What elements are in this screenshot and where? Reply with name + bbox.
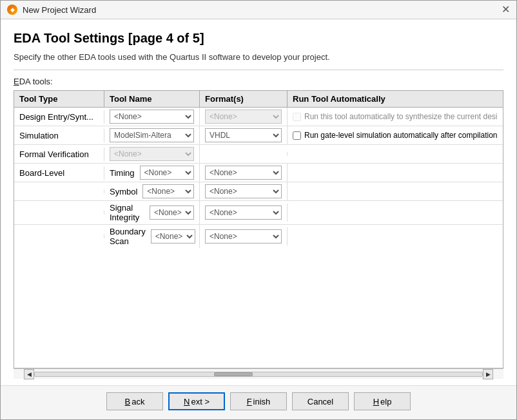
cell-tool-type-simulation: Simulation [14, 129, 104, 142]
cell-tool-name-design-entry[interactable]: <None> ModelSim-Altera [104, 108, 200, 126]
cell-run-auto-signal [288, 211, 503, 215]
select-tool-name-boundary[interactable]: <None> [151, 229, 195, 243]
close-button[interactable]: ✕ [502, 5, 510, 15]
col-header-tool-type: Tool Type [14, 91, 104, 107]
select-tool-name-symbol[interactable]: <None> [142, 184, 194, 198]
main-content: EDA Tool Settings [page 4 of 5] Specify … [1, 19, 516, 385]
back-button[interactable]: Back [106, 392, 163, 410]
select-tool-name-timing[interactable]: <None> [140, 166, 194, 180]
select-format-simulation[interactable]: <None> VHDL Verilog HDL [205, 128, 282, 142]
cell-format-timing[interactable]: <None> [200, 164, 288, 182]
cell-tool-name-simulation[interactable]: <None> ModelSim-Altera ModelSim VCS [104, 126, 200, 144]
select-tool-name-signal[interactable]: <None> [150, 205, 194, 220]
table-row: Formal Verification <None> [14, 145, 503, 164]
cell-tool-type-symbol-empty [14, 189, 104, 193]
eda-tools-table: Tool Type Tool Name Format(s) Run Tool A… [14, 90, 503, 368]
table-row: Design Entry/Synt... <None> ModelSim-Alt… [14, 108, 503, 126]
back-underline: B [125, 397, 131, 406]
cell-run-auto-timing [288, 171, 503, 175]
main-window: ◆ New Project Wizard ✕ EDA Tool Settings… [0, 0, 517, 420]
label-boundary-scan: Boundary Scan [110, 227, 146, 246]
table-row: Symbol <None> <None> [14, 182, 503, 201]
cell-tool-name-timing: Timing <None> [104, 164, 200, 182]
section-label: EDA tools: [14, 77, 503, 86]
label-timing: Timing [110, 168, 135, 178]
table-row: Simulation <None> ModelSim-Altera ModelS… [14, 126, 503, 145]
select-tool-name-design-entry[interactable]: <None> ModelSim-Altera [110, 110, 194, 124]
app-icon: ◆ [7, 5, 17, 15]
table-body: Design Entry/Synt... <None> ModelSim-Alt… [14, 108, 503, 368]
finish-underline: F [247, 397, 252, 406]
cell-tool-type-formal-verification: Formal Verification [14, 148, 104, 161]
select-format-symbol[interactable]: <None> [205, 184, 282, 198]
select-format-boundary[interactable]: <None> [205, 229, 282, 243]
cell-tool-type-board-level: Board-Level [14, 166, 104, 180]
cell-run-auto-design-entry: Run this tool automatically to synthesiz… [288, 110, 503, 123]
scroll-left-button[interactable]: ◀ [24, 369, 34, 379]
cell-tool-type-signal-empty [14, 211, 104, 215]
window-title: New Project Wizard [23, 5, 96, 15]
cell-tool-type-boundary-empty [14, 234, 104, 238]
checkbox-run-auto-design-entry[interactable] [293, 113, 301, 121]
page-title: EDA Tool Settings [page 4 of 5] [14, 31, 503, 46]
subtitle: Specify the other EDA tools used with th… [14, 52, 503, 62]
cell-tool-type-design-entry: Design Entry/Synt... [14, 110, 104, 124]
help-button[interactable]: Help [354, 392, 411, 410]
select-tool-name-simulation[interactable]: <None> ModelSim-Altera ModelSim VCS [110, 128, 194, 142]
table-row: Signal Integrity <None> <None> [14, 201, 503, 225]
label-symbol: Symbol [110, 187, 137, 196]
next-button[interactable]: Next > [168, 392, 225, 410]
table-row: Board-Level Timing <None> <None> [14, 164, 503, 182]
finish-button[interactable]: Finish [230, 392, 287, 410]
cell-tool-name-symbol: Symbol <None> [104, 182, 200, 200]
table-row: Boundary Scan <None> <None> [14, 225, 503, 248]
cell-tool-name-formal-verification[interactable]: <None> [104, 145, 200, 163]
cell-format-symbol[interactable]: <None> [200, 182, 288, 200]
cell-format-simulation[interactable]: <None> VHDL Verilog HDL [200, 126, 288, 144]
cell-run-auto-simulation: Run gate-level simulation automatically … [288, 129, 503, 142]
cell-run-auto-symbol [288, 189, 503, 193]
select-format-signal[interactable]: <None> [205, 205, 282, 220]
cell-format-formal-verification [200, 152, 288, 156]
select-tool-name-formal-verification[interactable]: <None> [110, 147, 194, 161]
scrollbar-track[interactable] [34, 372, 483, 377]
col-header-tool-name: Tool Name [104, 91, 200, 107]
scrollbar-thumb[interactable] [214, 372, 253, 376]
cancel-button[interactable]: Cancel [292, 392, 349, 410]
footer: Back Next > Finish Cancel Help [1, 385, 516, 419]
cell-run-auto-boundary [288, 234, 503, 238]
help-underline: H [373, 397, 379, 406]
run-auto-label-simulation: Run gate-level simulation automatically … [304, 131, 497, 140]
checkbox-run-auto-simulation[interactable] [293, 131, 301, 140]
col-header-formats: Format(s) [200, 91, 288, 107]
label-signal-integrity: Signal Integrity [110, 203, 144, 222]
cell-format-boundary[interactable]: <None> [200, 227, 288, 245]
cell-tool-name-signal: Signal Integrity <None> [104, 201, 200, 224]
titlebar: ◆ New Project Wizard ✕ [1, 1, 516, 19]
col-header-run-auto: Run Tool Automatically [288, 91, 503, 107]
titlebar-left: ◆ New Project Wizard [7, 5, 96, 15]
next-underline: N [184, 397, 190, 406]
cell-run-auto-formal-verification [288, 152, 503, 156]
table-header: Tool Type Tool Name Format(s) Run Tool A… [14, 91, 503, 108]
cell-format-design-entry[interactable]: <None> [200, 108, 288, 126]
scroll-right-button[interactable]: ▶ [483, 369, 493, 379]
cell-format-signal[interactable]: <None> [200, 204, 288, 222]
cell-tool-name-boundary: Boundary Scan <None> [104, 225, 200, 248]
select-format-timing[interactable]: <None> [205, 166, 282, 180]
select-format-design-entry[interactable]: <None> [205, 110, 282, 124]
horizontal-scrollbar[interactable]: ◀ ▶ [14, 368, 503, 379]
run-auto-label-design-entry: Run this tool automatically to synthesiz… [304, 112, 497, 121]
divider [14, 70, 503, 70]
